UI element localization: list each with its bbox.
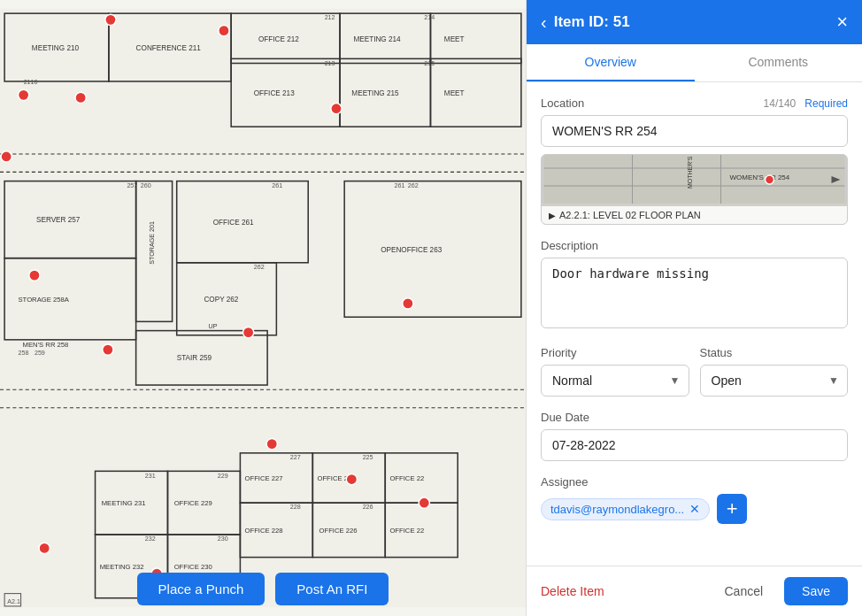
svg-text:MEETING 215: MEETING 215 xyxy=(351,89,399,97)
svg-text:STORAGE 258A: STORAGE 258A xyxy=(18,296,69,304)
svg-point-93 xyxy=(39,543,50,553)
location-field-group: Location 14/140 Required xyxy=(541,96,848,225)
svg-text:OFFICE 22: OFFICE 22 xyxy=(389,474,424,482)
description-textarea[interactable]: Door hardware missing xyxy=(541,258,848,328)
assignee-chip: tdavis@raymondlakegro... ✕ xyxy=(541,498,710,520)
svg-text:228: 228 xyxy=(290,504,301,511)
svg-text:MEETING 231: MEETING 231 xyxy=(102,499,146,507)
due-date-input[interactable] xyxy=(541,429,848,461)
svg-text:214: 214 xyxy=(424,14,435,21)
priority-label: Priority xyxy=(541,346,689,359)
due-date-field-group: Due Date xyxy=(541,411,848,461)
back-button[interactable]: ‹ xyxy=(541,13,547,31)
status-select[interactable]: Open In Progress Closed Ready for Review xyxy=(700,365,849,397)
priority-select-wrapper: Normal Low High Critical ▼ xyxy=(541,365,689,397)
description-field-group: Description Door hardware missing xyxy=(541,239,848,332)
svg-text:STAIR 259: STAIR 259 xyxy=(177,354,212,362)
svg-text:262: 262 xyxy=(408,182,419,189)
svg-text:OFFICE 228: OFFICE 228 xyxy=(245,527,283,535)
location-input[interactable] xyxy=(541,115,848,147)
svg-text:OFFICE 227: OFFICE 227 xyxy=(245,474,283,482)
svg-point-89 xyxy=(403,298,413,309)
panel-footer: Delete Item Cancel Save xyxy=(527,566,862,616)
location-thumbnail: WOMEN'S RR 254 MOTHER'S ▶ A2.2.1: LEVEL … xyxy=(541,154,848,225)
svg-text:232: 232 xyxy=(145,535,156,543)
location-label: Location 14/140 Required xyxy=(541,96,848,110)
description-label: Description xyxy=(541,239,848,252)
svg-text:225: 225 xyxy=(363,454,373,461)
close-button[interactable]: × xyxy=(836,12,848,32)
svg-text:MEETING 210: MEETING 210 xyxy=(32,44,80,52)
svg-text:OFFICE 226: OFFICE 226 xyxy=(319,527,357,535)
svg-text:215: 215 xyxy=(424,60,435,67)
panel-body: Location 14/140 Required xyxy=(527,82,862,566)
svg-text:UP: UP xyxy=(209,323,218,330)
svg-text:SERVER 257: SERVER 257 xyxy=(36,216,81,224)
svg-text:OFFICE 213: OFFICE 213 xyxy=(254,89,295,97)
tabs-bar: Overview Comments xyxy=(527,44,862,82)
assignee-row: tdavis@raymondlakegro... ✕ + xyxy=(541,494,848,524)
svg-point-81 xyxy=(219,25,229,35)
svg-text:231: 231 xyxy=(145,473,156,480)
footer-actions: Cancel Save xyxy=(710,577,848,605)
place-punch-button[interactable]: Place a Punch xyxy=(137,573,266,605)
panel-title: Item ID: 51 xyxy=(554,13,630,31)
bottom-action-bar: Place a Punch Post An RFI xyxy=(0,573,526,605)
svg-point-92 xyxy=(419,497,429,508)
svg-text:261: 261 xyxy=(395,182,405,189)
svg-text:212: 212 xyxy=(325,14,335,21)
svg-point-82 xyxy=(18,89,28,100)
cancel-button[interactable]: Cancel xyxy=(710,577,777,605)
svg-text:MEET: MEET xyxy=(444,89,465,97)
svg-text:MOTHER'S: MOTHER'S xyxy=(687,156,693,189)
svg-point-102 xyxy=(766,175,774,184)
assignee-remove-button[interactable]: ✕ xyxy=(689,503,700,515)
svg-text:227: 227 xyxy=(290,454,301,461)
panel-header: ‹ Item ID: 51 × xyxy=(527,0,862,44)
tab-comments[interactable]: Comments xyxy=(695,44,863,81)
status-field-group: Status Open In Progress Closed Ready for… xyxy=(700,346,849,397)
svg-text:MEET: MEET xyxy=(444,35,465,43)
svg-text:2110: 2110 xyxy=(24,79,38,86)
svg-point-80 xyxy=(105,14,116,25)
svg-text:MEETING 232: MEETING 232 xyxy=(100,563,144,571)
svg-point-83 xyxy=(75,92,86,103)
svg-point-84 xyxy=(331,104,342,114)
svg-text:MEETING 214: MEETING 214 xyxy=(353,35,401,43)
floor-plan-panel: MEETING 210 CONFERENCE 211 OFFICE 212 21… xyxy=(0,0,526,616)
svg-text:260: 260 xyxy=(141,182,151,189)
svg-text:CONFERENCE 211: CONFERENCE 211 xyxy=(136,44,202,52)
svg-text:OFFICE 261: OFFICE 261 xyxy=(213,219,254,227)
add-assignee-button[interactable]: + xyxy=(717,494,747,524)
svg-point-86 xyxy=(29,270,40,281)
svg-text:OFFICE 212: OFFICE 212 xyxy=(258,35,299,43)
svg-text:OPENOFFICE 263: OPENOFFICE 263 xyxy=(381,246,443,254)
svg-text:259: 259 xyxy=(35,350,45,357)
svg-text:COPY 262: COPY 262 xyxy=(204,296,238,304)
svg-point-90 xyxy=(266,438,277,449)
svg-text:WOMEN'S RR 254: WOMEN'S RR 254 xyxy=(730,173,790,181)
item-detail-panel: ‹ Item ID: 51 × Overview Comments Locati… xyxy=(526,0,862,616)
svg-text:258: 258 xyxy=(18,350,28,357)
delete-item-button[interactable]: Delete Item xyxy=(541,584,604,598)
assignee-field-group: Assignee tdavis@raymondlakegro... ✕ + xyxy=(541,475,848,524)
post-rfi-button[interactable]: Post An RFI xyxy=(275,573,389,605)
assignee-email: tdavis@raymondlakegro... xyxy=(550,503,684,516)
panel-header-left: ‹ Item ID: 51 xyxy=(541,13,630,31)
svg-text:MEN'S RR 258: MEN'S RR 258 xyxy=(23,341,69,349)
svg-text:262: 262 xyxy=(254,264,265,271)
svg-text:261: 261 xyxy=(272,182,282,189)
svg-text:OFFICE 22: OFFICE 22 xyxy=(389,527,424,535)
svg-point-91 xyxy=(346,474,357,484)
svg-point-88 xyxy=(242,327,253,338)
save-button[interactable]: Save xyxy=(784,577,848,605)
svg-rect-95 xyxy=(544,155,845,204)
svg-point-85 xyxy=(1,151,12,162)
status-select-wrapper: Open In Progress Closed Ready for Review… xyxy=(700,365,849,397)
svg-text:213: 213 xyxy=(325,60,335,67)
due-date-label: Due Date xyxy=(541,411,848,424)
svg-text:STORAGE 201: STORAGE 201 xyxy=(149,221,156,265)
tab-overview[interactable]: Overview xyxy=(527,44,695,81)
svg-text:229: 229 xyxy=(218,473,228,480)
priority-select[interactable]: Normal Low High Critical xyxy=(541,365,689,397)
